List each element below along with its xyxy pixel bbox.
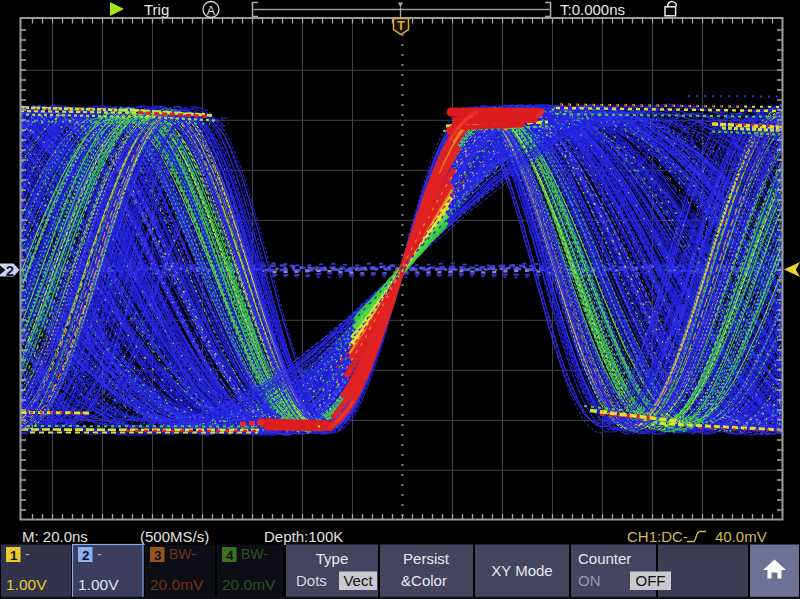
svg-text:-: -	[97, 546, 102, 562]
svg-text:BW-: BW-	[241, 546, 268, 562]
svg-text:3: 3	[154, 548, 162, 563]
svg-text:OFF: OFF	[636, 572, 666, 589]
svg-text:A: A	[207, 4, 216, 18]
svg-text:(500MS/s): (500MS/s)	[140, 528, 209, 545]
svg-text:M: 20.0ns: M: 20.0ns	[22, 528, 88, 545]
svg-text:Vect: Vect	[343, 572, 373, 589]
svg-text:20.0mV: 20.0mV	[150, 576, 204, 593]
svg-text:&Color: &Color	[401, 572, 447, 589]
svg-text:2: 2	[6, 262, 14, 279]
svg-text:XY Mode: XY Mode	[491, 562, 552, 579]
svg-text:-: -	[25, 546, 30, 562]
svg-text:CH1:DC-: CH1:DC-	[627, 528, 688, 545]
svg-text:Trig: Trig	[144, 1, 169, 18]
svg-text:2: 2	[82, 548, 90, 563]
svg-text:40.0mV: 40.0mV	[715, 528, 767, 545]
svg-text:ON: ON	[578, 572, 601, 589]
svg-text:1.00V: 1.00V	[6, 576, 47, 593]
svg-text:Dots: Dots	[296, 572, 327, 589]
svg-text:BW-: BW-	[169, 546, 196, 562]
svg-text:Counter: Counter	[578, 550, 631, 567]
svg-text:Depth:100K: Depth:100K	[264, 528, 343, 545]
svg-text:1.00V: 1.00V	[78, 576, 119, 593]
svg-text:20.0mV: 20.0mV	[222, 576, 276, 593]
svg-text:Persist: Persist	[403, 550, 450, 567]
svg-text:T:0.000ns: T:0.000ns	[560, 1, 625, 18]
svg-text:T: T	[397, 18, 405, 33]
svg-text:4: 4	[226, 548, 234, 563]
svg-text:Type: Type	[316, 550, 349, 567]
svg-text:1: 1	[10, 548, 18, 563]
